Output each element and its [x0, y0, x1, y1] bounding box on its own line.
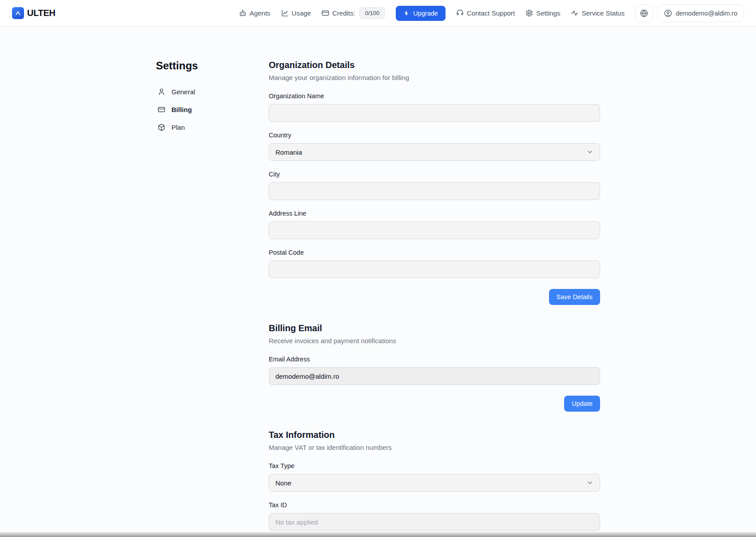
settings-sidebar: Settings General Billing: [156, 59, 234, 531]
postal-code-input[interactable]: [269, 260, 600, 278]
country-label: Country: [269, 131, 600, 140]
sidebar-item-label: Plan: [171, 124, 185, 131]
nav-item-label: Agents: [250, 9, 271, 17]
nav-item-label: Usage: [292, 9, 311, 17]
headset-icon: [456, 9, 464, 17]
nav-item-label: Settings: [536, 9, 560, 17]
country-select[interactable]: Romania: [269, 143, 600, 161]
gear-icon: [525, 9, 533, 17]
credit-card-icon: [158, 106, 165, 113]
credits-badge: 0/100: [359, 7, 386, 19]
postal-code-label: Postal Code: [269, 248, 600, 257]
nav-item-usage[interactable]: Usage: [281, 9, 311, 17]
line-chart-icon: [281, 9, 289, 17]
city-field: City: [269, 170, 600, 200]
section-title: Tax Information: [269, 429, 600, 441]
city-label: City: [269, 170, 600, 179]
upgrade-button[interactable]: Upgrade: [396, 6, 446, 21]
nav-menu: Agents Usage Credits: 0/100: [239, 4, 744, 22]
section-title: Billing Email: [269, 322, 600, 334]
sidebar-item-plan[interactable]: Plan: [156, 121, 234, 133]
chevron-down-icon: [586, 479, 593, 486]
section-subtitle: Receive invoices and payment notificatio…: [269, 336, 600, 346]
nav-item-credits[interactable]: Credits: 0/100: [322, 7, 385, 19]
tax-id-field: Tax ID: [269, 501, 600, 531]
brand-logo[interactable]: ULTEH: [12, 7, 56, 19]
settings-page: Settings General Billing: [156, 27, 600, 531]
package-icon: [158, 124, 165, 131]
section-title: Organization Details: [269, 59, 600, 71]
sidebar-item-label: Billing: [171, 106, 192, 113]
city-input[interactable]: [269, 182, 600, 200]
sidebar-item-billing[interactable]: Billing: [156, 103, 234, 116]
page-title: Settings: [156, 59, 234, 73]
sidebar-item-general[interactable]: General: [156, 85, 234, 98]
email-address-field: Email Address: [269, 355, 600, 385]
organization-details-section: Organization Details Manage your organiz…: [269, 59, 600, 305]
billing-settings-main: Organization Details Manage your organiz…: [269, 59, 600, 531]
user-email: demodemo@aldim.ro: [676, 10, 737, 17]
top-navigation: ULTEH Agents Usage: [0, 0, 756, 27]
sidebar-nav: General Billing Plan: [156, 85, 234, 133]
user-account-button[interactable]: demodemo@aldim.ro: [657, 4, 744, 22]
organization-actions: Save Details: [269, 289, 600, 305]
address-line-label: Address Line: [269, 209, 600, 218]
user-circle-icon: [664, 9, 672, 17]
email-address-input[interactable]: [269, 367, 600, 385]
bot-icon: [239, 9, 247, 17]
billing-email-actions: Update: [269, 396, 600, 412]
zap-icon: [403, 10, 410, 16]
section-subtitle: Manage VAT or tax identification numbers: [269, 443, 600, 453]
nav-item-agents[interactable]: Agents: [239, 9, 271, 17]
organization-name-input[interactable]: [269, 104, 600, 122]
section-subtitle: Manage your organization information for…: [269, 73, 600, 83]
brand-name: ULTEH: [27, 8, 56, 18]
email-address-label: Email Address: [269, 355, 600, 364]
tax-id-input[interactable]: [269, 513, 600, 531]
language-globe-button[interactable]: [635, 4, 653, 22]
nav-item-label: Service Status: [581, 9, 625, 17]
address-line-field: Address Line: [269, 209, 600, 239]
tax-type-selected-value: None: [275, 479, 291, 487]
credits-label: Credits:: [332, 9, 355, 17]
user-icon: [158, 88, 165, 96]
nav-item-label: Contact Support: [467, 9, 515, 17]
save-details-button[interactable]: Save Details: [549, 289, 600, 305]
country-field: Country Romania: [269, 131, 600, 161]
organization-name-field: Organization Name: [269, 92, 600, 122]
nav-item-service-status[interactable]: Service Status: [571, 9, 625, 17]
billing-email-section: Billing Email Receive invoices and payme…: [269, 322, 600, 412]
credit-card-icon: [322, 9, 329, 17]
address-line-input[interactable]: [269, 221, 600, 239]
update-email-button[interactable]: Update: [564, 396, 600, 412]
tax-information-section: Tax Information Manage VAT or tax identi…: [269, 429, 600, 531]
brand-logo-icon: [12, 7, 24, 19]
country-selected-value: Romania: [275, 148, 302, 156]
organization-name-label: Organization Name: [269, 92, 600, 100]
globe-icon: [640, 9, 648, 17]
postal-code-field: Postal Code: [269, 248, 600, 278]
nav-item-contact-support[interactable]: Contact Support: [456, 9, 515, 17]
nav-item-settings[interactable]: Settings: [525, 9, 560, 17]
upgrade-label: Upgrade: [413, 10, 438, 17]
page-bottom-fade: [0, 531, 756, 537]
tax-type-label: Tax Type: [269, 461, 600, 470]
tax-type-select[interactable]: None: [269, 474, 600, 492]
sidebar-item-label: General: [171, 88, 195, 96]
tax-id-label: Tax ID: [269, 501, 600, 509]
tax-type-field: Tax Type None: [269, 461, 600, 492]
chevron-down-icon: [586, 148, 593, 156]
activity-icon: [571, 9, 578, 17]
